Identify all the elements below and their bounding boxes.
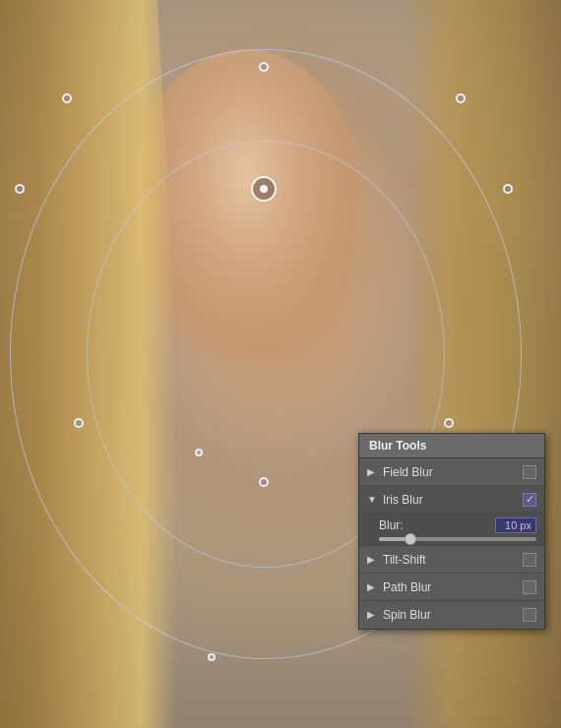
blur-slider-thumb[interactable] [405,533,416,545]
handle-left[interactable] [15,184,25,194]
spin-blur-row[interactable]: ▶ Spin Blur [359,601,544,629]
blur-label: Blur: [379,518,495,532]
blur-tools-panel: Blur Tools ▶ Field Blur ▼ Iris Blur ✓ Bl… [358,433,545,630]
side-pin-dot[interactable] [195,449,203,456]
center-dot [260,185,268,193]
tilt-shift-checkbox[interactable] [523,553,536,567]
canvas-area: Blur Tools ▶ Field Blur ▼ Iris Blur ✓ Bl… [0,0,561,728]
tilt-shift-arrow: ▶ [367,554,379,566]
hair-left [0,0,177,728]
bottom-pin-dot[interactable] [208,653,216,661]
iris-blur-controls: Blur: 10 px [359,514,544,546]
path-blur-arrow: ▶ [367,581,379,593]
handle-bottom[interactable] [259,477,269,487]
handle-right[interactable] [503,184,513,194]
field-blur-arrow: ▶ [367,466,379,478]
path-blur-row[interactable]: ▶ Path Blur [359,574,544,601]
handle-top-left[interactable] [62,93,72,103]
iris-blur-row[interactable]: ▼ Iris Blur ✓ [359,486,544,514]
blur-label-row: Blur: 10 px [379,517,536,533]
iris-blur-checkbox[interactable]: ✓ [523,493,536,507]
field-blur-row[interactable]: ▶ Field Blur [359,458,544,486]
handle-bottom-left[interactable] [74,418,84,428]
path-blur-label: Path Blur [383,580,523,594]
tilt-shift-row[interactable]: ▶ Tilt-Shift [359,546,544,574]
path-blur-checkbox[interactable] [523,580,536,594]
spin-blur-label: Spin Blur [383,608,523,622]
iris-blur-arrow: ▼ [367,494,379,506]
iris-blur-label: Iris Blur [383,493,523,507]
handle-top[interactable] [259,62,269,72]
panel-header: Blur Tools [359,434,544,458]
spin-blur-arrow: ▶ [367,609,379,621]
blur-slider-track[interactable] [379,537,536,541]
blur-value-input[interactable]: 10 px [495,517,536,533]
spin-blur-checkbox[interactable] [523,608,536,622]
tilt-shift-label: Tilt-Shift [383,553,523,567]
field-blur-checkbox[interactable] [523,465,536,479]
handle-bottom-right[interactable] [444,418,454,428]
handle-top-right[interactable] [456,93,466,103]
field-blur-label: Field Blur [383,465,523,479]
panel-title: Blur Tools [369,439,426,453]
iris-blur-center-control[interactable] [251,176,277,202]
